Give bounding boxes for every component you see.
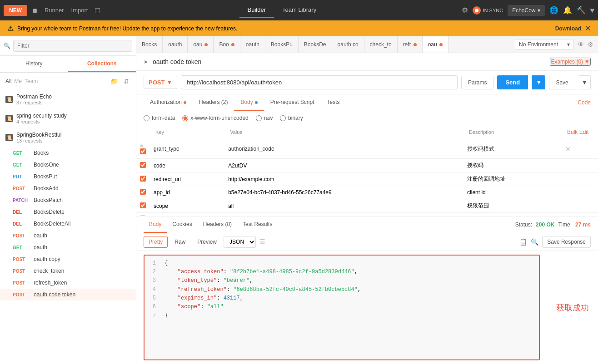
row-checkbox[interactable] <box>140 148 146 154</box>
filter-icon[interactable]: ☰ <box>259 238 265 246</box>
row-value-cell[interactable]: http://example.com <box>224 172 463 186</box>
params-button[interactable]: Params <box>461 76 493 89</box>
banner-close-button[interactable]: ✕ <box>585 24 591 33</box>
row-checkbox[interactable] <box>140 176 146 182</box>
copy-button[interactable]: 📋 <box>519 236 527 248</box>
new-button[interactable]: NEW <box>4 5 27 16</box>
builder-tab[interactable]: Builder <box>239 3 274 18</box>
team-library-tab[interactable]: Team Library <box>274 3 324 18</box>
row-value-cell[interactable]: all <box>224 199 463 213</box>
save-button[interactable]: Save <box>549 76 575 89</box>
search-button[interactable]: 🔍 <box>531 236 538 248</box>
wrench-icon[interactable]: 🔨 <box>577 6 586 15</box>
resp-tab-body[interactable]: Body <box>144 216 167 233</box>
request-item-books-get[interactable]: GET Books <box>0 147 136 159</box>
tab-pre-request-script[interactable]: Pre-request Script <box>264 94 321 111</box>
tab-books[interactable]: Books <box>136 36 163 53</box>
raw-option[interactable]: raw <box>256 115 273 121</box>
tab-checkto[interactable]: check_to <box>364 36 398 53</box>
row-key-cell[interactable]: scope <box>150 199 224 213</box>
tab-oauthco[interactable]: oauth co <box>332 36 364 53</box>
bell-icon[interactable]: 🔔 <box>563 6 572 15</box>
save-response-button[interactable]: Save Response <box>542 236 591 248</box>
environment-dropdown[interactable]: No Environment ▾ <box>515 39 574 50</box>
all-filter[interactable]: All <box>5 78 11 84</box>
raw-radio[interactable] <box>256 115 262 121</box>
settings-icon[interactable]: ⚙ <box>462 6 468 15</box>
tab-oauth-2[interactable]: oauth <box>240 36 265 53</box>
format-select[interactable]: JSON <box>224 236 256 248</box>
collection-spring-book[interactable]: 📜 SpringBookRestful 13 requests <box>0 128 136 147</box>
row-delete-button[interactable]: ✕ <box>565 145 571 152</box>
new-tab-button[interactable]: □ <box>93 4 102 17</box>
row-key-cell[interactable]: grant_type <box>150 139 224 159</box>
row-new-value[interactable]: Value <box>224 213 463 216</box>
row-new-desc[interactable]: Description <box>463 213 562 216</box>
row-checkbox[interactable] <box>140 202 146 208</box>
row-desc-cell[interactable]: 注册的回调地址 <box>463 172 562 186</box>
tab-bookspu[interactable]: BooksPu <box>265 36 299 53</box>
request-item-checktoken-post[interactable]: POST check_token <box>0 265 136 277</box>
tab-body[interactable]: Body <box>234 94 264 111</box>
tab-booksde[interactable]: BooksDe <box>299 36 332 53</box>
request-item-bookspatch-patch[interactable]: PATCH BooksPatch <box>0 194 136 206</box>
request-item-oauth-get[interactable]: GET oauth <box>0 241 136 253</box>
request-item-oauthcodetoken-post[interactable]: POST oauth code token <box>0 289 136 300</box>
code-link[interactable]: Code <box>578 99 591 106</box>
binary-radio[interactable] <box>280 115 286 121</box>
urlencoded-option[interactable]: x-www-form-urlencoded <box>182 115 248 121</box>
tab-oau-active[interactable]: oau <box>423 36 448 53</box>
expand-button[interactable]: ► <box>144 59 149 65</box>
banner-download-link[interactable]: Download <box>555 25 581 32</box>
resp-subtab-preview[interactable]: Preview <box>192 236 222 248</box>
request-item-booksdelete-del[interactable]: DEL BooksDelete <box>0 206 136 218</box>
row-key-cell[interactable]: app_id <box>150 186 224 199</box>
row-checkbox[interactable] <box>140 189 146 195</box>
row-desc-cell[interactable]: 权限范围 <box>463 199 562 213</box>
request-item-booksput-put[interactable]: PUT BooksPut <box>0 171 136 182</box>
tab-headers[interactable]: Headers (2) <box>193 94 234 111</box>
row-value-cell[interactable]: A2utDV <box>224 159 463 172</box>
row-value-cell[interactable]: authorization_code <box>224 139 463 159</box>
runner-button[interactable]: Runner <box>42 5 66 15</box>
import-button[interactable]: Import <box>69 5 90 15</box>
row-desc-cell[interactable]: client id <box>463 186 562 199</box>
layout-icon-button[interactable]: ■ <box>30 4 40 17</box>
request-item-refreshtoken-post[interactable]: POST refresh_token <box>0 277 136 289</box>
save-dropdown-button[interactable]: ▼ <box>579 75 591 89</box>
resp-tab-headers[interactable]: Headers (8) <box>198 216 237 233</box>
send-button[interactable]: Send <box>497 75 528 89</box>
binary-option[interactable]: binary <box>280 115 303 121</box>
settings-button[interactable]: ⚙ <box>588 41 593 48</box>
method-select[interactable]: POST ▼ <box>144 76 177 89</box>
search-input[interactable] <box>13 40 132 52</box>
row-key-cell[interactable]: redirect_uri <box>150 172 224 186</box>
row-checkbox[interactable] <box>140 162 146 168</box>
url-input[interactable] <box>181 75 458 89</box>
resp-subtab-pretty[interactable]: Pretty <box>144 236 168 248</box>
row-value-cell[interactable]: b5e27e04-bc7d-4037-bd46-55c26c77a4e9 <box>224 186 463 199</box>
new-folder-button[interactable]: 📁 <box>109 76 120 86</box>
me-filter[interactable]: Me <box>14 78 22 84</box>
resp-tab-test-results[interactable]: Test Results <box>237 216 278 233</box>
row-desc-cell[interactable]: 授权码模式 <box>463 139 562 159</box>
tab-tests[interactable]: Tests <box>320 94 346 111</box>
tab-boo[interactable]: Boo <box>214 36 240 53</box>
resp-subtab-raw[interactable]: Raw <box>169 236 190 248</box>
request-item-oauthcopy-post[interactable]: POST oauth copy <box>0 253 136 265</box>
history-tab[interactable]: History <box>0 56 68 72</box>
urlencoded-radio[interactable] <box>182 115 188 121</box>
examples-button[interactable]: Examples (0) ▼ <box>550 58 591 66</box>
collection-postman-echo[interactable]: 📜 Postman Echo 37 requests <box>0 90 136 109</box>
tab-refr[interactable]: refr <box>398 36 423 53</box>
tab-oau-1[interactable]: oau <box>188 36 214 53</box>
request-item-booksdeleteall-del[interactable]: DEL BooksDeleteAll <box>0 218 136 230</box>
form-data-radio[interactable] <box>144 115 150 121</box>
tab-authorization[interactable]: Authorization <box>144 94 193 111</box>
eye-button[interactable]: 👁 <box>578 41 584 48</box>
tab-oauth-1[interactable]: oauth <box>163 36 188 53</box>
request-item-booksone-get[interactable]: GET BooksOne <box>0 159 136 171</box>
form-data-option[interactable]: form-data <box>144 115 175 121</box>
collection-spring-security[interactable]: 📜 spring-security-study 4 requests <box>0 109 136 128</box>
heart-icon[interactable]: ♥ <box>590 6 595 15</box>
